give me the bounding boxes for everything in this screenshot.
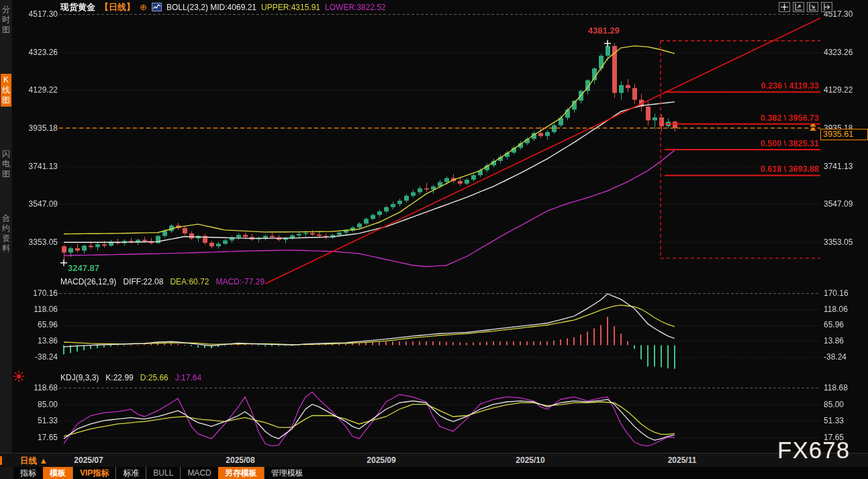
macd-diff-value: DIFF:22.08 <box>123 277 163 286</box>
tab-macd[interactable]: MACD <box>180 467 218 479</box>
y-axis-tick: 4129.22 <box>17 85 58 95</box>
starburst-icon <box>13 370 25 382</box>
sidebar-item-kline[interactable]: K线图 <box>1 74 11 107</box>
fib-level-label: 0.500 \ 3825.31 <box>720 139 819 148</box>
fib-level-label: 0.382 \ 3956.73 <box>720 113 819 123</box>
tab-manage-template[interactable]: 管理模板 <box>264 467 310 479</box>
macd-axis-tick: 170.16 <box>824 288 865 298</box>
kdj-axis-tick: 85.00 <box>17 400 58 409</box>
x-axis-tick: 2025/11 <box>659 456 706 465</box>
fx678-watermark: FX678 <box>777 437 850 464</box>
x-axis-tick: 2025/09 <box>358 456 405 465</box>
sidebar-item-timeline[interactable]: 分时图 <box>1 3 11 36</box>
chart-toolbar <box>779 2 832 12</box>
fib-level-label: 0.618 \ 3693.88 <box>720 164 819 174</box>
macd-axis-tick: 65.96 <box>17 320 58 329</box>
x-axis-tick: 2025/10 <box>507 456 554 465</box>
kdj-axis-tick: 118.68 <box>17 383 58 392</box>
left-sidebar: 分时图 K线图 闪电图 合约资料 <box>0 0 12 453</box>
last-price-tag: 3935.61 <box>820 129 868 140</box>
chart-canvas[interactable] <box>0 0 868 479</box>
macd-axis-tick: 13.86 <box>17 336 58 345</box>
y-axis-tick: 4323.26 <box>17 48 58 57</box>
high-price-label: 4381.29 <box>588 25 662 36</box>
boll-indicator-label: BOLL(23,2) MID:4069.21 <box>166 3 256 12</box>
circle-plus-icon[interactable]: ⊕ <box>140 2 147 12</box>
pan-right-icon[interactable] <box>821 2 832 12</box>
tab-indicator[interactable]: 指标 <box>13 467 43 479</box>
kdj-axis-tick: 118.68 <box>824 383 865 392</box>
x-axis-tick: 2025/08 <box>217 456 264 465</box>
mini-chart-icon <box>152 3 162 11</box>
macd-axis-tick: 118.06 <box>824 305 865 314</box>
boll-lower-label: LOWER:3822.52 <box>325 3 386 12</box>
tab-corner <box>0 467 13 479</box>
y-axis-tick: 3353.05 <box>17 237 58 247</box>
kdj-k-value: K:22.99 <box>105 373 133 382</box>
y-axis-tick: 3935.18 <box>17 123 58 133</box>
y-axis-tick: 3547.09 <box>824 199 865 209</box>
y-axis-tick: 3741.13 <box>824 162 865 171</box>
period-corner-bar <box>0 456 2 465</box>
triangle-up-icon: ▲ <box>39 456 47 466</box>
boll-upper-label: UPPER:4315.91 <box>261 3 320 12</box>
kdj-params: KDJ(9,3,3) <box>60 373 99 382</box>
trading-app: 分时图 K线图 闪电图 合约资料 现货黄金 【日线】 ⊕ BOLL(23,2) … <box>0 0 868 479</box>
sidebar-item-flash[interactable]: 闪电图 <box>1 148 11 180</box>
kdj-axis-tick: 51.33 <box>17 416 58 425</box>
macd-macd-value: MACD:-77.29 <box>215 277 264 286</box>
y-axis-tick: 4323.26 <box>824 48 865 57</box>
period-tag: 【日线】 <box>100 1 135 13</box>
macd-header: MACD(26,12,9) DIFF:22.08 DEA:60.72 MACD:… <box>60 277 264 286</box>
macd-axis-tick: -38.24 <box>17 352 58 362</box>
kdj-d-value: D:25.66 <box>140 373 168 382</box>
sidebar-item-contract-info[interactable]: 合约资料 <box>1 212 11 255</box>
symbol-name: 现货黄金 <box>60 1 95 13</box>
y-axis-tick: 4517.30 <box>17 9 58 19</box>
crosshair-icon[interactable] <box>779 2 790 12</box>
macd-dea-value: DEA:60.72 <box>170 277 209 286</box>
kdj-axis-tick: 17.65 <box>17 433 58 442</box>
macd-axis-tick: 118.06 <box>17 305 58 314</box>
tab-standard[interactable]: 标准 <box>115 467 146 479</box>
tab-vip-indicator[interactable]: VIP指标 <box>73 467 115 479</box>
macd-axis-tick: 13.86 <box>824 336 865 345</box>
y-axis-tick: 4129.22 <box>824 85 865 95</box>
tab-bull[interactable]: BULL <box>146 467 180 479</box>
kdj-axis-tick: 85.00 <box>824 400 865 409</box>
kdj-axis-tick: 51.33 <box>824 416 865 425</box>
y-axis-tick: 3547.09 <box>17 199 58 209</box>
macd-params: MACD(26,12,9) <box>60 277 116 286</box>
macd-axis-tick: 65.96 <box>824 320 865 329</box>
tab-save-template[interactable]: 另存模板 <box>218 467 264 479</box>
low-price-label: 3247.87 <box>68 263 142 273</box>
x-axis-row: 日线 ▲ 2025/07 2025/08 2025/09 2025/10 202… <box>0 453 868 468</box>
fit-right-axis-icon[interactable] <box>807 2 818 12</box>
fit-left-axis-icon[interactable] <box>793 2 804 12</box>
macd-axis-tick: -38.24 <box>824 352 865 362</box>
tab-template[interactable]: 模板 <box>43 467 73 479</box>
y-axis-tick: 3353.05 <box>824 237 865 247</box>
fib-level-label: 0.236 \ 4119.33 <box>720 81 819 91</box>
period-selector[interactable]: 日线 ▲ <box>20 456 48 467</box>
bottom-tab-bar: 指标 模板 VIP指标 标准 BULL MACD 另存模板 管理模板 <box>0 467 868 479</box>
x-axis-tick: 2025/07 <box>65 456 112 465</box>
macd-axis-tick: 170.16 <box>17 288 58 298</box>
y-axis-tick: 3741.13 <box>17 162 58 171</box>
kdj-header: KDJ(9,3,3) K:22.99 D:25.66 J:17.64 <box>60 373 201 382</box>
kdj-j-value: J:17.64 <box>175 373 201 382</box>
chart-header: 现货黄金 【日线】 ⊕ BOLL(23,2) MID:4069.21 UPPER… <box>60 1 386 13</box>
